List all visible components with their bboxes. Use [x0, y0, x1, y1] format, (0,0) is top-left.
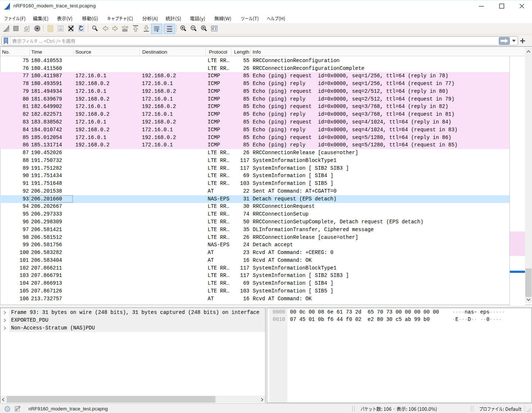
- svg-text:ata: ata: [59, 28, 62, 31]
